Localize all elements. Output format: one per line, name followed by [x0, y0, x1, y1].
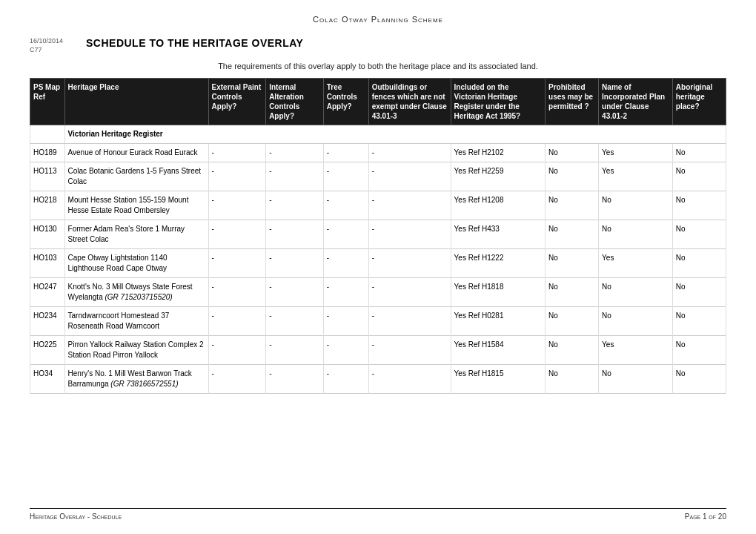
cell-vhr: Yes Ref H1222: [451, 249, 545, 278]
cell-tree: -: [323, 307, 368, 336]
cell-aboriginal: No: [672, 278, 726, 307]
date-ref: 16/10/2014 C77: [30, 37, 74, 54]
cell-vhr: Yes Ref H433: [451, 220, 545, 249]
cell-ps-ref: HO234: [30, 307, 65, 336]
col-incorporated: Name of Incorporated Plan under Clause 4…: [599, 79, 673, 125]
cell-tree: -: [323, 336, 368, 365]
cell-outbuildings: -: [368, 278, 451, 307]
cell-ps-ref: HO130: [30, 220, 65, 249]
heritage-table: PS Map Ref Heritage Place External Paint…: [30, 78, 726, 394]
cell-prohibited: No: [546, 144, 599, 162]
cell-ps-ref: HO189: [30, 144, 65, 162]
cell-int-alt: -: [266, 336, 324, 365]
cell-heritage-place: Former Adam Rea's Store 1 Murray Street …: [64, 220, 208, 249]
table-row: HO113Colac Botanic Gardens 1-5 Fyans Str…: [30, 162, 726, 191]
footer: Heritage Overlay - Schedule Page 1 of 20: [30, 508, 726, 521]
table-row: HO225Pirron Yallock Railway Station Comp…: [30, 336, 726, 365]
cell-aboriginal: No: [672, 162, 726, 191]
cell-vhr: Yes Ref H2102: [451, 144, 545, 162]
cell-ps-ref: HO218: [30, 191, 65, 220]
subtitle: The requirements of this overlay apply t…: [30, 62, 726, 70]
cell-outbuildings: -: [368, 191, 451, 220]
cell-int-alt: -: [266, 220, 324, 249]
cell-incorporated: Yes: [599, 144, 673, 162]
cell-ext-paint: -: [208, 191, 266, 220]
cell-ext-paint: -: [208, 278, 266, 307]
table-row: HO130Former Adam Rea's Store 1 Murray St…: [30, 220, 726, 249]
cell-heritage-place: Avenue of Honour Eurack Road Eurack: [64, 144, 208, 162]
cell-outbuildings: -: [368, 336, 451, 365]
table-row: HO103Cape Otway Lightstation 1140 Lighth…: [30, 249, 726, 278]
cell-aboriginal: No: [672, 336, 726, 365]
section-header-empty: [30, 125, 65, 144]
cell-int-alt: -: [266, 191, 324, 220]
col-aboriginal: Aboriginal heritage place?: [672, 79, 726, 125]
table-header-row: PS Map Ref Heritage Place External Paint…: [30, 79, 726, 125]
cell-ps-ref: HO247: [30, 278, 65, 307]
cell-prohibited: No: [546, 307, 599, 336]
cell-heritage-place: Mount Hesse Station 155-159 Mount Hesse …: [64, 191, 208, 220]
col-int-alt: Internal Alteration Controls Apply?: [266, 79, 324, 125]
cell-int-alt: -: [266, 365, 324, 394]
cell-incorporated: No: [599, 307, 673, 336]
cell-ext-paint: -: [208, 307, 266, 336]
cell-ps-ref: HO34: [30, 365, 65, 394]
cell-heritage-place: Knott's No. 3 Mill Otways State Forest W…: [64, 278, 208, 307]
cell-vhr: Yes Ref H1818: [451, 278, 545, 307]
footer-right: Page 1 of 20: [685, 512, 726, 521]
cell-int-alt: -: [266, 278, 324, 307]
cell-outbuildings: -: [368, 144, 451, 162]
top-title: Colac Otway Planning Scheme: [30, 15, 726, 24]
col-ps-ref: PS Map Ref: [30, 79, 65, 125]
table-row: HO247Knott's No. 3 Mill Otways State For…: [30, 278, 726, 307]
col-tree: Tree Controls Apply?: [323, 79, 368, 125]
cell-outbuildings: -: [368, 365, 451, 394]
cell-prohibited: No: [546, 191, 599, 220]
section-header-row: Victorian Heritage Register: [30, 125, 726, 144]
col-ext-paint: External Paint Controls Apply?: [208, 79, 266, 125]
cell-vhr: Yes Ref H1584: [451, 336, 545, 365]
table-row: HO218Mount Hesse Station 155-159 Mount H…: [30, 191, 726, 220]
cell-ps-ref: HO113: [30, 162, 65, 191]
cell-prohibited: No: [546, 220, 599, 249]
cell-prohibited: No: [546, 336, 599, 365]
ref: C77: [30, 46, 42, 53]
cell-ext-paint: -: [208, 365, 266, 394]
cell-tree: -: [323, 144, 368, 162]
cell-heritage-place: Pirron Yallock Railway Station Complex 2…: [64, 336, 208, 365]
cell-aboriginal: No: [672, 307, 726, 336]
cell-vhr: Yes Ref H0281: [451, 307, 545, 336]
cell-vhr: Yes Ref H1208: [451, 191, 545, 220]
cell-outbuildings: -: [368, 249, 451, 278]
cell-aboriginal: No: [672, 220, 726, 249]
col-outbuildings: Outbuildings or fences which are not exe…: [368, 79, 451, 125]
cell-tree: -: [323, 162, 368, 191]
page: Colac Otway Planning Scheme 16/10/2014 C…: [0, 0, 756, 534]
cell-heritage-place: Tarndwarncoort Homestead 37 Roseneath Ro…: [64, 307, 208, 336]
cell-heritage-place: Cape Otway Lightstation 1140 Lighthouse …: [64, 249, 208, 278]
cell-aboriginal: No: [672, 144, 726, 162]
cell-outbuildings: -: [368, 307, 451, 336]
cell-heritage-place: Colac Botanic Gardens 1-5 Fyans Street C…: [64, 162, 208, 191]
cell-aboriginal: No: [672, 365, 726, 394]
cell-int-alt: -: [266, 162, 324, 191]
cell-prohibited: No: [546, 249, 599, 278]
col-vhr: Included on the Victorian Heritage Regis…: [451, 79, 545, 125]
cell-incorporated: Yes: [599, 249, 673, 278]
cell-incorporated: No: [599, 278, 673, 307]
table-row: HO34Henry's No. 1 Mill West Barwon Track…: [30, 365, 726, 394]
cell-tree: -: [323, 365, 368, 394]
cell-tree: -: [323, 278, 368, 307]
cell-outbuildings: -: [368, 220, 451, 249]
cell-prohibited: No: [546, 365, 599, 394]
header-row: 16/10/2014 C77 SCHEDULE TO THE HERITAGE …: [30, 37, 726, 54]
cell-int-alt: -: [266, 144, 324, 162]
section-header-label: Victorian Heritage Register: [64, 125, 726, 144]
cell-aboriginal: No: [672, 191, 726, 220]
cell-ps-ref: HO103: [30, 249, 65, 278]
cell-ext-paint: -: [208, 336, 266, 365]
cell-incorporated: No: [599, 191, 673, 220]
cell-outbuildings: -: [368, 162, 451, 191]
cell-prohibited: No: [546, 162, 599, 191]
cell-ext-paint: -: [208, 144, 266, 162]
